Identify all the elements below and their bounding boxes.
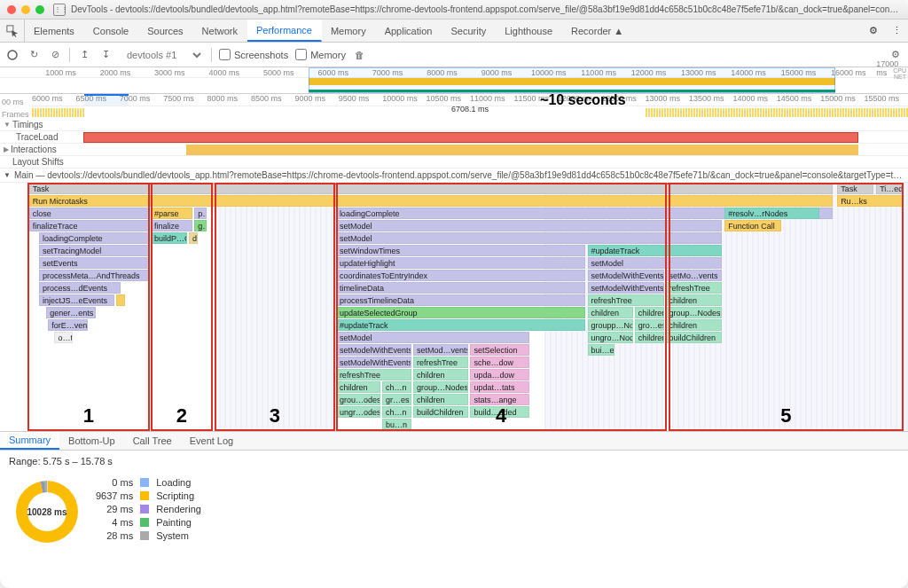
tab-performance[interactable]: Performance	[247, 20, 322, 42]
tab-lighthouse[interactable]: Lighthouse	[496, 20, 562, 42]
gc-icon[interactable]: 🗑	[353, 48, 367, 62]
tab-sources[interactable]: Sources	[138, 20, 192, 42]
more-icon[interactable]: ⋮	[885, 20, 908, 42]
timeline-ruler[interactable]: 6000 ms 6500 ms 7000 ms 7500 ms 8000 ms …	[32, 94, 908, 106]
settings-icon[interactable]: ⚙	[862, 20, 885, 42]
summary-legend: 0 msLoading 9637 msScripting 29 msRender…	[96, 477, 201, 541]
tab-bottomup[interactable]: Bottom-Up	[59, 432, 124, 450]
panel-tabstrip: Elements Console Sources Network Perform…	[0, 20, 908, 43]
memory-checkbox[interactable]: Memory	[295, 49, 346, 60]
screenshots-checkbox[interactable]: Screenshots	[219, 49, 288, 60]
timings-track[interactable]: ▼Timings	[0, 119, 908, 131]
frames-label: Frames	[0, 106, 32, 119]
tab-calltree[interactable]: Call Tree	[124, 432, 181, 450]
devtools-icon: ⋮⋮	[53, 4, 66, 16]
tab-recorder[interactable]: Recorder ▲	[562, 20, 633, 42]
tab-network[interactable]: Network	[193, 20, 247, 42]
tab-elements[interactable]: Elements	[25, 20, 84, 42]
svg-point-1	[8, 51, 17, 59]
tab-summary[interactable]: Summary	[0, 432, 59, 450]
range-text: Range: 5.75 s – 15.78 s	[0, 451, 908, 472]
tab-application[interactable]: Application	[376, 20, 442, 42]
flame-microtasks[interactable]: Run Microtasks	[29, 195, 833, 207]
download-icon[interactable]: ↧	[98, 48, 113, 62]
tab-security[interactable]: Security	[442, 20, 496, 42]
reload-record-icon[interactable]: ↻	[27, 48, 41, 62]
overview-strip[interactable]: 1000 ms 2000 ms 3000 ms 4000 ms 5000 ms …	[0, 67, 908, 94]
traffic-lights[interactable]	[7, 5, 44, 14]
inspect-element-icon[interactable]	[0, 20, 25, 42]
tab-console[interactable]: Console	[84, 20, 138, 42]
window-title: DevTools - devtools://devtools/bundled/d…	[71, 4, 901, 14]
perf-toolbar: ↻ ⊘ ↥ ↧ devtools #1 Screenshots Memory 🗑…	[0, 43, 908, 67]
record-icon[interactable]	[5, 48, 20, 62]
details-tabs: Summary Bottom-Up Call Tree Event Log	[0, 431, 908, 451]
flame-chart[interactable]: Task Task Ti…ed Run Microtasks Ru…ks clo…	[0, 183, 908, 431]
window-titlebar: ⋮⋮ DevTools - devtools://devtools/bundle…	[0, 0, 908, 20]
minimize-window[interactable]	[21, 5, 30, 14]
ov-tick: 1000 ms	[45, 68, 76, 77]
upload-icon[interactable]: ↥	[77, 48, 91, 62]
overview-selection[interactable]	[309, 67, 835, 93]
main-thread-header[interactable]: ▼ Main — devtools://devtools/bundled/dev…	[0, 169, 908, 183]
close-window[interactable]	[7, 5, 16, 14]
ruler-selection-time: 6708.1 ms	[451, 105, 489, 114]
interactions-track[interactable]: ▶Interactions	[0, 144, 908, 156]
layout-shifts-track[interactable]: Layout Shifts	[0, 156, 908, 169]
clear-icon[interactable]: ⊘	[48, 48, 62, 62]
summary-donut: 10028 ms	[16, 481, 78, 543]
session-select[interactable]: devtools #1	[120, 47, 204, 63]
summary-panel: 10028 ms 0 msLoading 9637 msScripting 29…	[0, 472, 908, 548]
frames-track-label: 00 ms	[0, 94, 32, 106]
tab-eventlog[interactable]: Event Log	[181, 432, 243, 450]
maximize-window[interactable]	[35, 5, 44, 14]
traceload-track[interactable]: TraceLoad	[0, 131, 908, 144]
tab-memory[interactable]: Memory	[322, 20, 376, 42]
